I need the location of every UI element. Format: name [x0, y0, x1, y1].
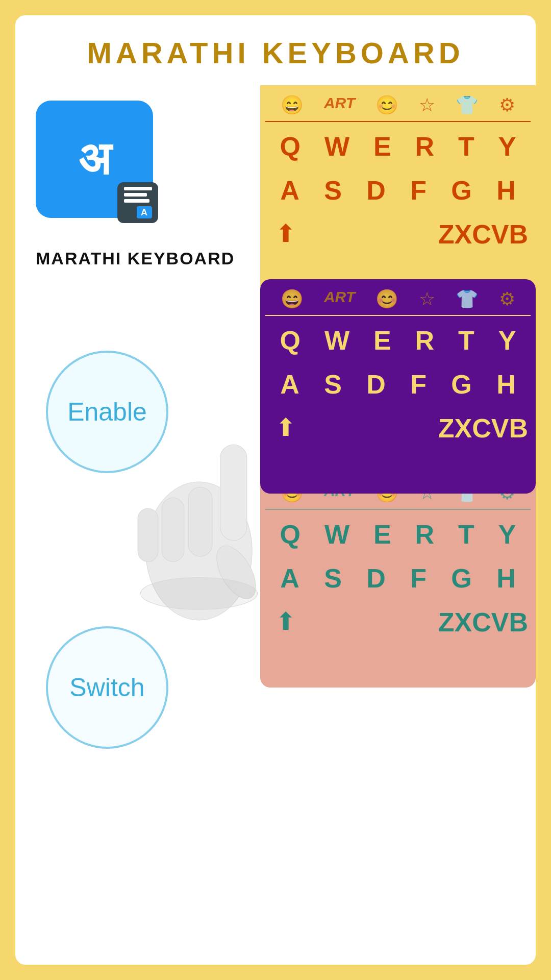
- key-c-s[interactable]: C: [472, 607, 491, 638]
- star-icon: ☆: [419, 94, 435, 116]
- svg-rect-1: [220, 445, 247, 540]
- switch-button[interactable]: Switch: [46, 626, 168, 749]
- key-e-s[interactable]: E: [373, 519, 391, 550]
- kb-yellow-row2: A S D F G H: [260, 166, 536, 210]
- key-z[interactable]: Z: [438, 219, 455, 250]
- key-q-p[interactable]: Q: [280, 325, 300, 356]
- keyboard-yellow: 😄 ART 😊 ☆ 👕 ⚙ Q W E R T Y A: [260, 85, 536, 300]
- key-f-s[interactable]: F: [410, 563, 427, 594]
- key-q[interactable]: Q: [280, 131, 300, 162]
- smile-icon-p: 😊: [375, 288, 398, 310]
- key-w-p[interactable]: W: [324, 325, 349, 356]
- key-w[interactable]: W: [324, 131, 349, 162]
- key-r-p[interactable]: R: [415, 325, 435, 356]
- key-v-s[interactable]: V: [491, 607, 509, 638]
- gear-icon: ⚙: [499, 94, 515, 116]
- key-t-p[interactable]: T: [458, 325, 474, 356]
- star-icon-p: ☆: [419, 288, 435, 310]
- app-icon: अ A: [36, 101, 153, 218]
- shirt-icon-p: 👕: [456, 288, 479, 310]
- key-d-p[interactable]: D: [366, 369, 386, 400]
- key-t-s[interactable]: T: [458, 519, 474, 550]
- key-y-s[interactable]: Y: [498, 519, 516, 550]
- key-h[interactable]: H: [496, 175, 516, 206]
- kb-yellow-row1: Q W E R T Y: [260, 122, 536, 166]
- key-f[interactable]: F: [410, 175, 427, 206]
- page-title: MARATHI KEYBOARD: [87, 36, 464, 69]
- app-icon-badge: A: [117, 182, 158, 223]
- key-g-s[interactable]: G: [451, 563, 471, 594]
- svg-rect-3: [162, 498, 184, 561]
- key-r-s[interactable]: R: [415, 519, 435, 550]
- key-b-p[interactable]: B: [509, 413, 528, 444]
- key-b[interactable]: B: [509, 219, 528, 250]
- key-c-p[interactable]: C: [472, 413, 491, 444]
- key-f-p[interactable]: F: [410, 369, 427, 400]
- main-container: MARATHI KEYBOARD अ A: [15, 15, 536, 965]
- app-label: MARATHI KEYBOARD: [36, 249, 235, 268]
- key-b-s[interactable]: B: [509, 607, 528, 638]
- key-y-p[interactable]: Y: [498, 325, 516, 356]
- svg-rect-4: [138, 508, 158, 561]
- shirt-icon: 👕: [456, 94, 479, 116]
- key-x-p[interactable]: X: [455, 413, 472, 444]
- key-g-p[interactable]: G: [451, 369, 471, 400]
- title-bar: MARATHI KEYBOARD: [15, 15, 536, 85]
- key-h-s[interactable]: H: [496, 563, 516, 594]
- kb-purple-row1: Q W E R T Y: [260, 316, 536, 360]
- key-x-s[interactable]: X: [455, 607, 472, 638]
- key-x[interactable]: X: [455, 219, 472, 250]
- switch-label: Switch: [69, 673, 144, 702]
- art-icon: ART: [324, 94, 355, 116]
- marathi-char: अ: [78, 133, 111, 186]
- content-area: अ A MARATHI KEYBOARD: [15, 85, 536, 953]
- key-w-s[interactable]: W: [324, 519, 349, 550]
- svg-rect-2: [188, 487, 212, 556]
- gear-icon-p: ⚙: [499, 288, 515, 310]
- enable-label: Enable: [67, 397, 147, 427]
- key-d[interactable]: D: [366, 175, 386, 206]
- emoji-icon: 😄: [281, 94, 304, 116]
- key-h-p[interactable]: H: [496, 369, 516, 400]
- key-z-p[interactable]: Z: [438, 413, 455, 444]
- smile-icon: 😊: [375, 94, 398, 116]
- kb-yellow-icon-row: 😄 ART 😊 ☆ 👕 ⚙: [260, 85, 536, 121]
- key-d-s[interactable]: D: [366, 563, 386, 594]
- key-y[interactable]: Y: [498, 131, 516, 162]
- key-s-p[interactable]: S: [324, 369, 342, 400]
- key-t[interactable]: T: [458, 131, 474, 162]
- key-s[interactable]: S: [324, 175, 342, 206]
- key-c[interactable]: C: [472, 219, 491, 250]
- kb-yellow-row3: ⬆ Z X C V B: [260, 210, 536, 254]
- app-icon-section: अ A MARATHI KEYBOARD: [36, 101, 235, 268]
- key-r[interactable]: R: [415, 131, 435, 162]
- key-z-s[interactable]: Z: [438, 607, 455, 638]
- key-a[interactable]: A: [280, 175, 299, 206]
- kb-purple-icon-row: 😄 ART 😊 ☆ 👕 ⚙: [260, 279, 536, 315]
- art-icon-p: ART: [324, 288, 355, 310]
- svg-point-6: [140, 578, 257, 610]
- emoji-icon-p: 😄: [281, 288, 304, 310]
- key-v-p[interactable]: V: [491, 413, 509, 444]
- key-g[interactable]: G: [451, 175, 471, 206]
- badge-char: A: [141, 207, 147, 218]
- key-s-s[interactable]: S: [324, 563, 342, 594]
- shift-icon-yellow[interactable]: ⬆: [268, 219, 296, 250]
- key-e-p[interactable]: E: [373, 325, 391, 356]
- enable-button[interactable]: Enable: [46, 351, 168, 473]
- key-e[interactable]: E: [373, 131, 391, 162]
- key-v[interactable]: V: [491, 219, 509, 250]
